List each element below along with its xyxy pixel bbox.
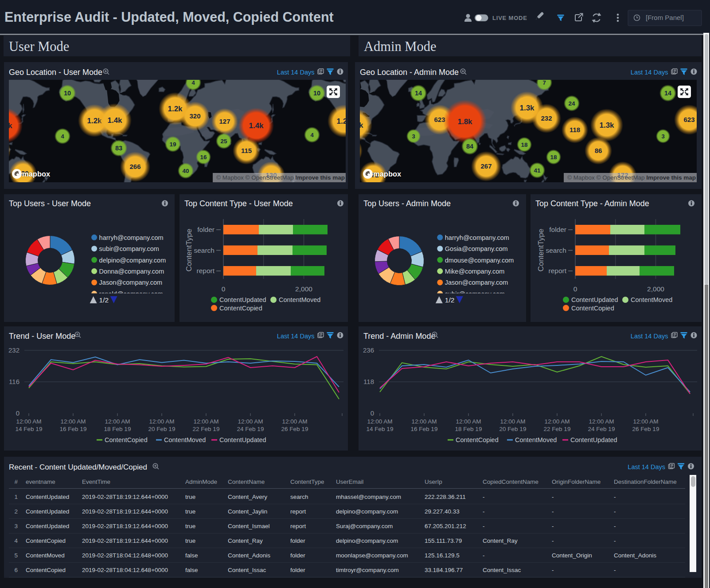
- svg-text:subir@company.com: subir@company.com: [99, 245, 159, 252]
- svg-text:Donna@company.com: Donna@company.com: [99, 268, 164, 275]
- svg-text:ContentUpdated: ContentUpdated: [26, 523, 69, 529]
- svg-text:false: false: [185, 552, 198, 559]
- svg-text:14: 14: [415, 90, 422, 97]
- svg-text:ContentUpdated: ContentUpdated: [570, 436, 617, 443]
- svg-text:ContentMoved: ContentMoved: [279, 296, 320, 303]
- svg-text:-: -: [552, 494, 554, 500]
- svg-text:24: 24: [568, 100, 575, 107]
- svg-text:1: 1: [14, 494, 18, 500]
- svg-text:harryh@company.com: harryh@company.com: [445, 234, 509, 241]
- svg-text:12:00 AM: 12:00 AM: [282, 418, 307, 425]
- svg-text:33.184.196.77: 33.184.196.77: [425, 567, 463, 573]
- svg-text:623: 623: [683, 116, 694, 123]
- svg-text:search: search: [546, 247, 566, 254]
- svg-text:#: #: [14, 478, 18, 485]
- svg-text:12:00 AM: 12:00 AM: [411, 418, 437, 425]
- svg-text:41: 41: [534, 167, 541, 174]
- svg-text:eventname: eventname: [26, 478, 55, 485]
- svg-text:ContentCopied: ContentCopied: [219, 305, 262, 312]
- svg-text:ContentUpdated: ContentUpdated: [219, 436, 266, 443]
- svg-text:1.2k: 1.2k: [336, 117, 346, 125]
- svg-text:Jason@company.com: Jason@company.com: [445, 279, 508, 286]
- svg-text:Mike@company.com: Mike@company.com: [445, 268, 505, 275]
- svg-text:Content_Adonis: Content_Adonis: [614, 552, 656, 559]
- svg-text:Last 14 Days: Last 14 Days: [631, 69, 668, 76]
- svg-text:2019-02-28T18:04:12.648+0000: 2019-02-28T18:04:12.648+0000: [82, 567, 168, 573]
- svg-text:ContentUpdated: ContentUpdated: [26, 508, 69, 515]
- svg-text:115: 115: [241, 147, 252, 154]
- svg-text:14 Feb 19: 14 Feb 19: [16, 426, 43, 432]
- svg-text:267: 267: [480, 162, 492, 170]
- svg-text:3: 3: [661, 133, 664, 140]
- svg-text:Top Users - User Mode: Top Users - User Mode: [9, 199, 91, 208]
- svg-text:2019-02-28T18:19:12.644+0000: 2019-02-28T18:19:12.644+0000: [82, 508, 168, 515]
- svg-text:report: report: [197, 267, 215, 274]
- svg-text:© Mapbox © OpenStreetMap Impro: © Mapbox © OpenStreetMap Improve this ma…: [567, 174, 696, 181]
- svg-text:-: -: [483, 523, 485, 529]
- svg-text:-: -: [483, 508, 485, 515]
- svg-text:EventTime: EventTime: [82, 478, 110, 485]
- svg-text:mhassel@company.com: mhassel@company.com: [336, 494, 401, 500]
- svg-text:timtroyr@company.com: timtroyr@company.com: [336, 567, 399, 573]
- svg-text:Trend - User Mode: Trend - User Mode: [9, 332, 75, 341]
- svg-text:Content_Origin: Content_Origin: [552, 552, 592, 559]
- svg-text:24 Feb 19: 24 Feb 19: [237, 426, 264, 432]
- svg-text:1.2k: 1.2k: [168, 105, 183, 113]
- svg-text:0: 0: [371, 409, 374, 417]
- svg-text:1.8k: 1.8k: [457, 118, 472, 126]
- svg-text:1.4k: 1.4k: [9, 122, 12, 130]
- svg-text:ContentType: ContentType: [537, 229, 545, 271]
- svg-text:236: 236: [363, 346, 374, 354]
- svg-text:ContentCopied: ContentCopied: [26, 567, 66, 573]
- svg-text:ronald@company.com: ronald@company.com: [99, 290, 163, 298]
- svg-text:40: 40: [182, 168, 189, 174]
- svg-text:delpino@company.com: delpino@company.com: [99, 257, 166, 264]
- svg-text:report: report: [549, 267, 567, 274]
- svg-text:folder: folder: [290, 552, 305, 559]
- svg-text:© Mapbox © OpenStreetMap Impro: © Mapbox © OpenStreetMap Improve this ma…: [216, 174, 345, 181]
- svg-text:ContentUpdated: ContentUpdated: [571, 296, 618, 303]
- svg-text:1/2: 1/2: [99, 296, 109, 304]
- svg-text:12:00 AM: 12:00 AM: [367, 418, 392, 425]
- svg-text:116: 116: [9, 378, 20, 385]
- svg-text:-: -: [552, 523, 554, 529]
- svg-text:folder: folder: [290, 567, 305, 573]
- svg-text:Last 14 Days: Last 14 Days: [628, 463, 665, 470]
- svg-text:2,000: 2,000: [647, 285, 664, 293]
- svg-text:Content_Avery: Content_Avery: [228, 494, 267, 500]
- svg-text:67.205.201.212: 67.205.201.212: [425, 523, 466, 529]
- svg-text:UserIp: UserIp: [425, 478, 442, 485]
- svg-text:mapbox: mapbox: [373, 170, 402, 178]
- svg-text:Top Content Type - Admin Mode: Top Content Type - Admin Mode: [535, 199, 649, 208]
- svg-text:0: 0: [573, 285, 577, 293]
- svg-text:20 Feb 19: 20 Feb 19: [148, 426, 176, 432]
- svg-text:Top Users - Admin Mode: Top Users - Admin Mode: [363, 199, 451, 208]
- svg-text:UserEmail: UserEmail: [336, 478, 363, 485]
- svg-text:12:00 AM: 12:00 AM: [105, 418, 130, 425]
- svg-text:delpino@company.com: delpino@company.com: [336, 537, 398, 544]
- svg-text:5: 5: [14, 552, 18, 559]
- svg-text:ContentCopied: ContentCopied: [571, 305, 614, 312]
- svg-text:320: 320: [189, 112, 200, 120]
- svg-text:Last 14 Days: Last 14 Days: [631, 333, 668, 340]
- svg-text:search: search: [194, 247, 215, 254]
- svg-text:Last 14 Days: Last 14 Days: [277, 69, 315, 76]
- svg-text:folder: folder: [549, 226, 566, 233]
- svg-text:Content_Issac: Content_Issac: [228, 567, 266, 573]
- svg-text:Content_Ray: Content_Ray: [228, 537, 263, 544]
- svg-text:Top Content Type - User Mode: Top Content Type - User Mode: [184, 199, 293, 208]
- svg-text:-: -: [483, 494, 485, 500]
- svg-text:4: 4: [191, 80, 195, 86]
- svg-text:LIVE MODE: LIVE MODE: [492, 15, 527, 21]
- svg-text:ContentMoved: ContentMoved: [515, 436, 557, 443]
- svg-text:20 Feb 19: 20 Feb 19: [499, 426, 527, 432]
- svg-text:AdminMode: AdminMode: [185, 478, 217, 485]
- svg-text:4: 4: [61, 133, 64, 140]
- svg-text:84: 84: [466, 143, 473, 150]
- svg-text:DestinationFolderName: DestinationFolderName: [614, 478, 677, 485]
- svg-text:14 Feb 19: 14 Feb 19: [367, 426, 394, 432]
- svg-text:ContentMoved: ContentMoved: [164, 436, 206, 443]
- svg-text:118: 118: [570, 126, 580, 133]
- svg-text:Last 14 Days: Last 14 Days: [277, 333, 315, 340]
- svg-text:3: 3: [412, 133, 415, 140]
